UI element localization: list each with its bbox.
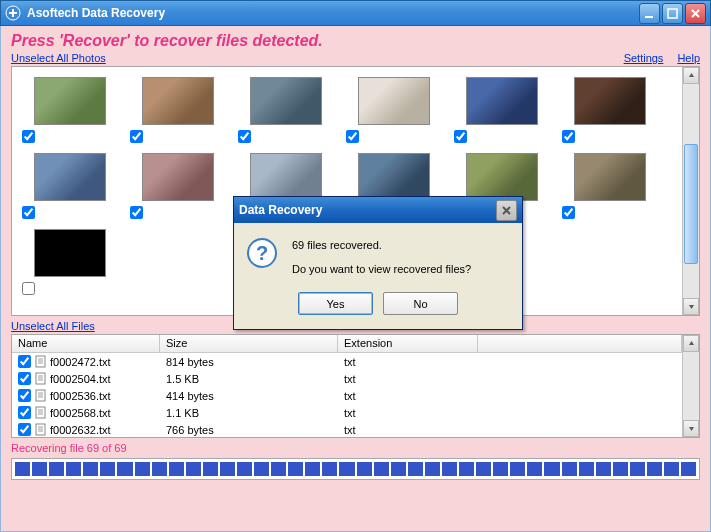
photo-thumbnail[interactable] [466,77,538,125]
scroll-thumb[interactable] [684,144,698,264]
cell-extension: txt [338,373,478,385]
progress-segment [271,462,286,476]
photo-item[interactable] [448,73,556,149]
progress-segment [117,462,132,476]
photo-item[interactable] [556,149,664,225]
photo-checkbox[interactable] [346,130,359,143]
photo-checkbox[interactable] [22,206,35,219]
progress-segment [647,462,662,476]
photo-checkbox[interactable] [22,130,35,143]
scroll-down-arrow-icon[interactable] [683,298,699,315]
table-row[interactable]: f0002472.txt814 bytestxt [12,353,682,370]
file-checkbox[interactable] [18,389,31,402]
progress-bar [11,458,700,480]
photo-checkbox[interactable] [130,206,143,219]
progress-segment [49,462,64,476]
progress-segment [135,462,150,476]
file-checkbox[interactable] [18,355,31,368]
column-header-size[interactable]: Size [160,335,338,352]
file-name: f0002472.txt [50,356,111,368]
photo-thumbnail[interactable] [250,153,322,201]
progress-segment [203,462,218,476]
photo-checkbox[interactable] [238,130,251,143]
dialog-body: ? 69 files recovered. Do you want to vie… [234,223,522,292]
no-button[interactable]: No [383,292,458,315]
yes-button[interactable]: Yes [298,292,373,315]
dialog-close-button[interactable] [496,200,517,221]
photo-checkbox[interactable] [130,130,143,143]
photo-thumbnail[interactable] [142,153,214,201]
file-icon [34,389,47,402]
progress-segment [339,462,354,476]
scroll-up-arrow-icon[interactable] [683,67,699,84]
photo-item[interactable] [16,225,124,301]
photo-item[interactable] [16,149,124,225]
unselect-all-photos-link[interactable]: Unselect All Photos [11,52,106,64]
progress-segment [288,462,303,476]
file-scroll-down-arrow-icon[interactable] [683,420,699,437]
photo-item[interactable] [124,73,232,149]
photo-thumbnail[interactable] [574,153,646,201]
scroll-track[interactable] [683,84,699,298]
cell-size: 1.5 KB [160,373,338,385]
photo-checkbox[interactable] [454,130,467,143]
photo-thumbnail[interactable] [466,153,538,201]
file-scroll-up-arrow-icon[interactable] [683,335,699,352]
settings-link[interactable]: Settings [624,52,664,64]
file-checkbox[interactable] [18,423,31,436]
file-scroll-track[interactable] [683,352,699,420]
photo-item[interactable] [556,73,664,149]
photo-item[interactable] [124,149,232,225]
close-button[interactable] [685,3,706,24]
svg-rect-6 [36,407,45,418]
photo-item[interactable] [16,73,124,149]
progress-segment [322,462,337,476]
photo-item[interactable] [340,73,448,149]
progress-segment [579,462,594,476]
file-table-header: Name Size Extension [12,335,682,353]
column-header-extension[interactable]: Extension [338,335,478,352]
progress-segment [374,462,389,476]
photo-thumbnail[interactable] [142,77,214,125]
table-row[interactable]: f0002536.txt414 bytestxt [12,387,682,404]
table-row[interactable]: f0002504.txt1.5 KBtxt [12,370,682,387]
svg-text:?: ? [256,242,268,264]
file-checkbox[interactable] [18,406,31,419]
photo-checkbox[interactable] [562,130,575,143]
photo-thumbnail[interactable] [574,77,646,125]
app-icon [5,5,21,21]
question-icon: ? [246,237,278,269]
photo-thumbnail[interactable] [34,229,106,277]
help-link[interactable]: Help [677,52,700,64]
photo-scrollbar[interactable] [682,67,699,315]
file-scrollbar[interactable] [682,335,699,437]
file-checkbox[interactable] [18,372,31,385]
photo-item[interactable] [232,73,340,149]
photo-checkbox[interactable] [22,282,35,295]
progress-segment [544,462,559,476]
progress-segment [459,462,474,476]
svg-rect-1 [645,16,653,18]
cell-size: 766 bytes [160,424,338,436]
photo-thumbnail[interactable] [358,153,430,201]
progress-segment [254,462,269,476]
cell-extension: txt [338,390,478,402]
file-name: f0002536.txt [50,390,111,402]
table-row[interactable]: f0002632.txt766 bytestxt [12,421,682,437]
maximize-button[interactable] [662,3,683,24]
photo-thumbnail[interactable] [34,153,106,201]
progress-segment [220,462,235,476]
minimize-button[interactable] [639,3,660,24]
dialog-text: 69 files recovered. Do you want to view … [292,237,471,278]
svg-rect-7 [36,424,45,435]
table-row[interactable]: f0002568.txt1.1 KBtxt [12,404,682,421]
photo-thumbnail[interactable] [358,77,430,125]
progress-segment [425,462,440,476]
unselect-all-files-link[interactable]: Unselect All Files [11,320,95,332]
column-header-name[interactable]: Name [12,335,160,352]
photo-thumbnail[interactable] [34,77,106,125]
photo-thumbnail[interactable] [250,77,322,125]
cell-name: f0002472.txt [12,355,160,368]
progress-segment [408,462,423,476]
photo-checkbox[interactable] [562,206,575,219]
